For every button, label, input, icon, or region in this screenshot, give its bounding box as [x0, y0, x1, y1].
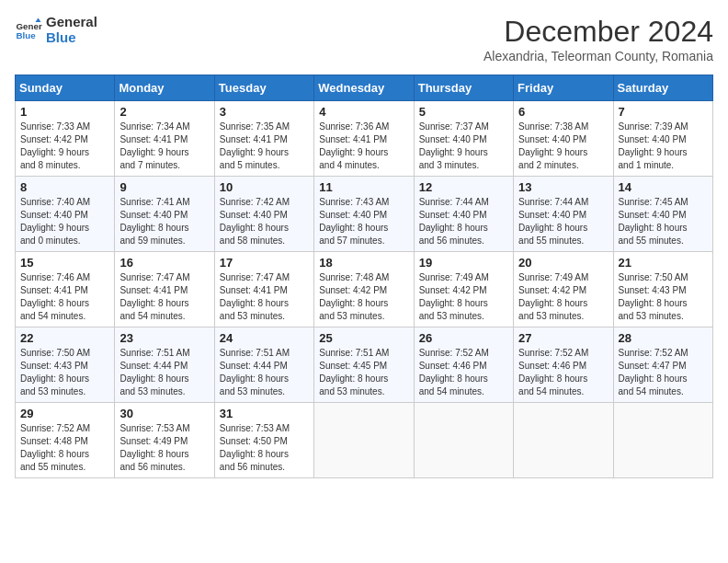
- calendar-cell: 24Sunrise: 7:51 AM Sunset: 4:44 PM Dayli…: [214, 327, 313, 403]
- week-row-4: 22Sunrise: 7:50 AM Sunset: 4:43 PM Dayli…: [16, 327, 713, 403]
- day-info: Sunrise: 7:53 AM Sunset: 4:50 PM Dayligh…: [220, 422, 309, 474]
- calendar-cell: [514, 403, 613, 478]
- svg-marker-2: [36, 17, 41, 22]
- calendar-cell: 18Sunrise: 7:48 AM Sunset: 4:42 PM Dayli…: [314, 252, 414, 327]
- week-row-3: 15Sunrise: 7:46 AM Sunset: 4:41 PM Dayli…: [16, 252, 713, 327]
- day-number: 27: [518, 331, 608, 345]
- calendar-cell: 11Sunrise: 7:43 AM Sunset: 4:40 PM Dayli…: [314, 177, 414, 252]
- day-number: 1: [20, 105, 109, 119]
- header-tuesday: Tuesday: [214, 75, 313, 101]
- calendar-cell: 29Sunrise: 7:52 AM Sunset: 4:48 PM Dayli…: [16, 403, 115, 478]
- day-info: Sunrise: 7:46 AM Sunset: 4:41 PM Dayligh…: [20, 271, 109, 323]
- calendar-cell: 10Sunrise: 7:42 AM Sunset: 4:40 PM Dayli…: [214, 177, 313, 252]
- calendar-header-row: SundayMondayTuesdayWednesdayThursdayFrid…: [16, 75, 713, 101]
- calendar-cell: 9Sunrise: 7:41 AM Sunset: 4:40 PM Daylig…: [115, 177, 214, 252]
- calendar-cell: 31Sunrise: 7:53 AM Sunset: 4:50 PM Dayli…: [214, 403, 313, 478]
- day-info: Sunrise: 7:41 AM Sunset: 4:40 PM Dayligh…: [119, 196, 209, 247]
- day-info: Sunrise: 7:50 AM Sunset: 4:43 PM Dayligh…: [20, 347, 109, 398]
- day-info: Sunrise: 7:51 AM Sunset: 4:44 PM Dayligh…: [220, 347, 309, 398]
- svg-text:Blue: Blue: [17, 30, 37, 40]
- calendar-cell: 30Sunrise: 7:53 AM Sunset: 4:49 PM Dayli…: [115, 403, 214, 478]
- day-info: Sunrise: 7:51 AM Sunset: 4:45 PM Dayligh…: [319, 347, 408, 398]
- day-number: 24: [220, 331, 309, 345]
- day-info: Sunrise: 7:43 AM Sunset: 4:40 PM Dayligh…: [319, 196, 408, 247]
- day-info: Sunrise: 7:47 AM Sunset: 4:41 PM Dayligh…: [220, 271, 309, 323]
- logo: General Blue GeneralBlue: [15, 15, 97, 45]
- day-number: 28: [619, 331, 708, 345]
- day-number: 17: [220, 256, 309, 270]
- calendar-cell: 5Sunrise: 7:37 AM Sunset: 4:40 PM Daylig…: [414, 101, 513, 177]
- header-thursday: Thursday: [414, 75, 513, 101]
- calendar-table: SundayMondayTuesdayWednesdayThursdayFrid…: [15, 75, 713, 478]
- day-info: Sunrise: 7:52 AM Sunset: 4:48 PM Dayligh…: [20, 422, 109, 474]
- day-number: 25: [319, 331, 408, 345]
- calendar-cell: 2Sunrise: 7:34 AM Sunset: 4:41 PM Daylig…: [115, 101, 214, 177]
- calendar-cell: 3Sunrise: 7:35 AM Sunset: 4:41 PM Daylig…: [214, 101, 313, 177]
- day-number: 12: [419, 180, 508, 194]
- day-info: Sunrise: 7:48 AM Sunset: 4:42 PM Dayligh…: [319, 271, 408, 323]
- calendar-cell: 8Sunrise: 7:40 AM Sunset: 4:40 PM Daylig…: [16, 177, 115, 252]
- day-number: 2: [119, 105, 209, 119]
- day-info: Sunrise: 7:45 AM Sunset: 4:40 PM Dayligh…: [619, 196, 708, 247]
- logo-blue: Blue: [46, 30, 97, 46]
- day-number: 3: [220, 105, 309, 119]
- day-info: Sunrise: 7:50 AM Sunset: 4:43 PM Dayligh…: [619, 271, 708, 323]
- calendar-cell: 13Sunrise: 7:44 AM Sunset: 4:40 PM Dayli…: [514, 177, 613, 252]
- day-info: Sunrise: 7:52 AM Sunset: 4:46 PM Dayligh…: [518, 347, 608, 398]
- day-number: 30: [119, 407, 209, 420]
- calendar-cell: 4Sunrise: 7:36 AM Sunset: 4:41 PM Daylig…: [314, 101, 414, 177]
- calendar-cell: 7Sunrise: 7:39 AM Sunset: 4:40 PM Daylig…: [613, 101, 712, 177]
- day-number: 11: [319, 180, 408, 194]
- day-info: Sunrise: 7:52 AM Sunset: 4:47 PM Dayligh…: [619, 347, 708, 398]
- day-info: Sunrise: 7:35 AM Sunset: 4:41 PM Dayligh…: [220, 121, 309, 172]
- day-info: Sunrise: 7:37 AM Sunset: 4:40 PM Dayligh…: [419, 121, 508, 172]
- calendar-cell: 17Sunrise: 7:47 AM Sunset: 4:41 PM Dayli…: [214, 252, 313, 327]
- day-info: Sunrise: 7:47 AM Sunset: 4:41 PM Dayligh…: [119, 271, 209, 323]
- day-info: Sunrise: 7:36 AM Sunset: 4:41 PM Dayligh…: [319, 121, 408, 172]
- day-number: 6: [518, 105, 608, 119]
- day-info: Sunrise: 7:44 AM Sunset: 4:40 PM Dayligh…: [419, 196, 508, 247]
- header-saturday: Saturday: [613, 75, 712, 101]
- svg-text:General: General: [17, 20, 43, 30]
- header-friday: Friday: [514, 75, 613, 101]
- calendar-cell: 27Sunrise: 7:52 AM Sunset: 4:46 PM Dayli…: [514, 327, 613, 403]
- title-section: December 2024 Alexandria, Teleorman Coun…: [483, 15, 713, 63]
- calendar-cell: 25Sunrise: 7:51 AM Sunset: 4:45 PM Dayli…: [314, 327, 414, 403]
- day-info: Sunrise: 7:49 AM Sunset: 4:42 PM Dayligh…: [518, 271, 608, 323]
- header: General Blue GeneralBlue December 2024 A…: [15, 15, 713, 63]
- day-number: 16: [119, 256, 209, 270]
- day-number: 18: [319, 256, 408, 270]
- header-monday: Monday: [115, 75, 214, 101]
- logo-general: General: [46, 15, 97, 30]
- day-number: 19: [419, 256, 508, 270]
- day-number: 21: [619, 256, 708, 270]
- day-info: Sunrise: 7:39 AM Sunset: 4:40 PM Dayligh…: [619, 121, 708, 172]
- calendar-cell: 26Sunrise: 7:52 AM Sunset: 4:46 PM Dayli…: [414, 327, 513, 403]
- header-sunday: Sunday: [16, 75, 115, 101]
- day-info: Sunrise: 7:42 AM Sunset: 4:40 PM Dayligh…: [220, 196, 309, 247]
- header-wednesday: Wednesday: [314, 75, 414, 101]
- day-number: 10: [220, 180, 309, 194]
- calendar-cell: 19Sunrise: 7:49 AM Sunset: 4:42 PM Dayli…: [414, 252, 513, 327]
- day-number: 26: [419, 331, 508, 345]
- logo-svg: General Blue: [15, 17, 42, 44]
- calendar-cell: 12Sunrise: 7:44 AM Sunset: 4:40 PM Dayli…: [414, 177, 513, 252]
- calendar-cell: [314, 403, 414, 478]
- day-number: 13: [518, 180, 608, 194]
- month-title: December 2024: [483, 15, 713, 49]
- calendar-cell: [414, 403, 513, 478]
- day-number: 4: [319, 105, 408, 119]
- day-number: 15: [20, 256, 109, 270]
- calendar-cell: 14Sunrise: 7:45 AM Sunset: 4:40 PM Dayli…: [613, 177, 712, 252]
- day-info: Sunrise: 7:33 AM Sunset: 4:42 PM Dayligh…: [20, 121, 109, 172]
- subtitle: Alexandria, Teleorman County, Romania: [483, 49, 713, 63]
- day-number: 8: [20, 180, 109, 194]
- calendar-cell: 15Sunrise: 7:46 AM Sunset: 4:41 PM Dayli…: [16, 252, 115, 327]
- day-info: Sunrise: 7:53 AM Sunset: 4:49 PM Dayligh…: [119, 422, 209, 474]
- day-number: 7: [619, 105, 708, 119]
- calendar-cell: 23Sunrise: 7:51 AM Sunset: 4:44 PM Dayli…: [115, 327, 214, 403]
- day-number: 5: [419, 105, 508, 119]
- calendar-cell: 22Sunrise: 7:50 AM Sunset: 4:43 PM Dayli…: [16, 327, 115, 403]
- day-number: 29: [20, 407, 109, 420]
- calendar-cell: [613, 403, 712, 478]
